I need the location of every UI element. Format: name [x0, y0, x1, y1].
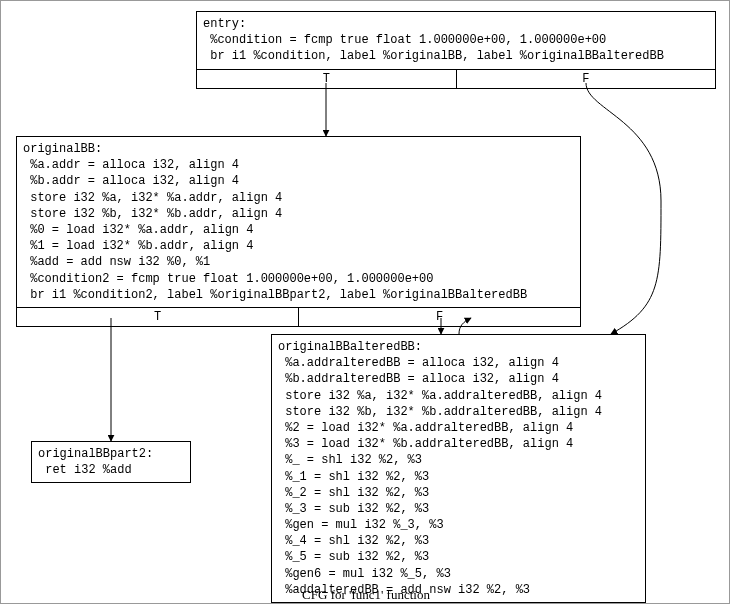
node-originalBBpart2-label: originalBBpart2: [38, 447, 153, 461]
node-originalBB-body: originalBB: %a.addr = alloca i32, align … [17, 137, 580, 307]
node-originalBBalteredBB-line-9: %_3 = sub i32 %2, %3 [278, 502, 429, 516]
node-originalBB-line-3: store i32 %b, i32* %b.addr, align 4 [23, 207, 282, 221]
node-originalBBalteredBB-line-0: %a.addralteredBB = alloca i32, align 4 [278, 356, 559, 370]
originalBB-branch-true: T [17, 308, 298, 326]
node-originalBBalteredBB-line-8: %_2 = shl i32 %2, %3 [278, 486, 429, 500]
node-originalBBpart2-line-0: ret i32 %add [38, 463, 132, 477]
node-originalBBalteredBB-line-7: %_1 = shl i32 %2, %3 [278, 470, 429, 484]
node-originalBBalteredBB-line-6: %_ = shl i32 %2, %3 [278, 453, 422, 467]
node-originalBB-line-2: store i32 %a, i32* %a.addr, align 4 [23, 191, 282, 205]
node-originalBBalteredBB-line-3: store i32 %b, i32* %b.addralteredBB, ali… [278, 405, 602, 419]
node-entry-line-1: br i1 %condition, label %originalBB, lab… [203, 49, 664, 63]
node-originalBBpart2-body: originalBBpart2: ret i32 %add [32, 442, 190, 482]
node-originalBB-line-6: %add = add nsw i32 %0, %1 [23, 255, 210, 269]
entry-branch-false: F [456, 70, 716, 88]
node-originalBBalteredBB-line-5: %3 = load i32* %b.addralteredBB, align 4 [278, 437, 573, 451]
entry-branch-true: T [197, 70, 456, 88]
edge-entry-F-to-originalBBalteredBB [586, 83, 661, 334]
node-originalBBpart2: originalBBpart2: ret i32 %add [31, 441, 191, 483]
node-originalBB-line-5: %1 = load i32* %b.addr, align 4 [23, 239, 253, 253]
node-originalBBalteredBB-line-13: %gen6 = mul i32 %_5, %3 [278, 567, 451, 581]
node-originalBBalteredBB: originalBBalteredBB: %a.addralteredBB = … [271, 334, 646, 603]
node-entry-line-0: %condition = fcmp true float 1.000000e+0… [203, 33, 606, 47]
node-originalBB-line-0: %a.addr = alloca i32, align 4 [23, 158, 239, 172]
node-entry-label: entry: [203, 17, 246, 31]
node-originalBBalteredBB-line-10: %gen = mul i32 %_3, %3 [278, 518, 444, 532]
diagram-caption: CFG for 'func1' function [1, 587, 730, 603]
cfg-canvas: entry: %condition = fcmp true float 1.00… [0, 0, 730, 604]
node-originalBB: originalBB: %a.addr = alloca i32, align … [16, 136, 581, 327]
node-originalBBalteredBB-line-2: store i32 %a, i32* %a.addralteredBB, ali… [278, 389, 602, 403]
node-originalBB-branches: T F [17, 307, 580, 326]
node-originalBB-line-4: %0 = load i32* %a.addr, align 4 [23, 223, 253, 237]
node-entry: entry: %condition = fcmp true float 1.00… [196, 11, 716, 89]
node-originalBBalteredBB-line-4: %2 = load i32* %a.addralteredBB, align 4 [278, 421, 573, 435]
node-originalBBalteredBB-line-12: %_5 = sub i32 %2, %3 [278, 550, 429, 564]
node-originalBBalteredBB-body: originalBBalteredBB: %a.addralteredBB = … [272, 335, 645, 602]
node-originalBBalteredBB-line-1: %b.addralteredBB = alloca i32, align 4 [278, 372, 559, 386]
node-originalBB-label: originalBB: [23, 142, 102, 156]
node-originalBB-line-8: br i1 %condition2, label %originalBBpart… [23, 288, 527, 302]
node-entry-body: entry: %condition = fcmp true float 1.00… [197, 12, 715, 69]
node-originalBBalteredBB-line-11: %_4 = shl i32 %2, %3 [278, 534, 429, 548]
node-originalBBalteredBB-label: originalBBalteredBB: [278, 340, 422, 354]
originalBB-branch-false: F [298, 308, 580, 326]
node-entry-branches: T F [197, 69, 715, 88]
node-originalBB-line-1: %b.addr = alloca i32, align 4 [23, 174, 239, 188]
node-originalBB-line-7: %condition2 = fcmp true float 1.000000e+… [23, 272, 433, 286]
